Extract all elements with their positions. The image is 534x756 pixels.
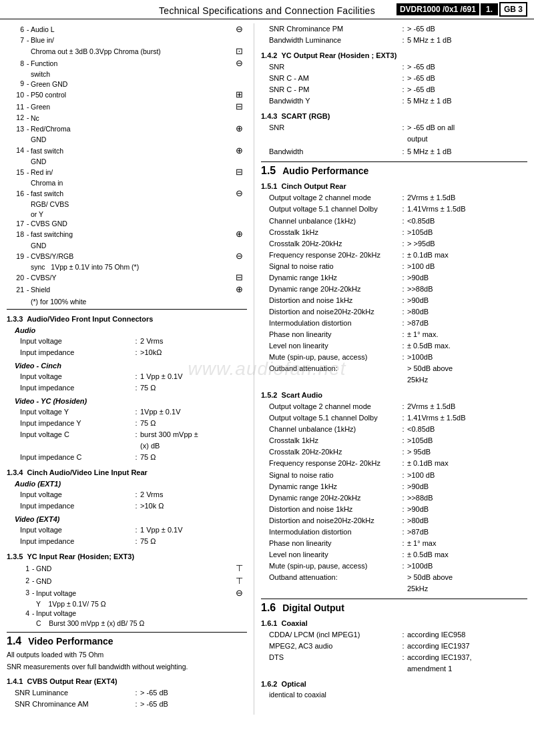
- spec-level-151: Level non linearity : ± 0.5dB max.: [269, 340, 527, 352]
- spec-dist-20k-152: Distortion and noise20Hz-20kHz : >80dB: [269, 515, 527, 526]
- pin-13b: GND: [7, 135, 247, 144]
- spec-input-voltage-y: Input voltage Y : 1Vpp ± 0.1V: [20, 406, 247, 418]
- green-icon: ⊟: [231, 101, 247, 113]
- pin-14b: GND: [7, 157, 247, 166]
- section-16-number: 1.6: [261, 602, 276, 614]
- section-151-header: 1.5.1 Cinch Output Rear: [261, 182, 527, 190]
- pin-12: 12 - Nc: [7, 113, 247, 123]
- yc-pin-4b: C Burst 300 mVpp ± (x) dB/ 75 Ω: [12, 619, 247, 628]
- section-133-header: 1.3.3 Audio/Video Front Input Connectors: [7, 315, 247, 323]
- spec-input-impedance-c: Input impedance C : 75 Ω: [20, 452, 247, 463]
- spec-outband-152: Outband attenuation: > 50dB above25kHz: [269, 572, 527, 595]
- section-142: 1.4.2 YC Output Rear (Hosiden ; EXT3) SN…: [261, 51, 527, 107]
- video-ext4-subheader: Video (EXT4): [7, 515, 247, 523]
- section-133: 1.3.3 Audio/Video Front Input Connectors…: [7, 315, 247, 463]
- section-14-title: Video Performance: [28, 636, 113, 647]
- spec-phase-151: Phase non linearity : ± 1° max.: [269, 329, 527, 340]
- spec-input-impedance-audio: Input impedance : >10kΩ: [20, 347, 247, 358]
- section-134: 1.3.4 Cinch Audio/Video Line Input Rear …: [7, 468, 247, 547]
- video-yc-subheader: Video - YC (Hosiden): [7, 397, 247, 405]
- pin-list: 6 - Audio L ⊖ 7 - Blue in/ Chroma out ± …: [7, 23, 247, 306]
- header-badges: DVDR1000 /0x1 /691 1. GB 3: [396, 2, 527, 17]
- spec-ch-unbalance-151: Channel unbalance (1kHz) : <0.85dB: [269, 216, 527, 227]
- version-badge: 1.: [481, 3, 498, 15]
- chroma-out-icon: ⊡: [231, 45, 247, 57]
- spec-input-impedance-y: Input impedance Y : 75 Ω: [20, 418, 247, 429]
- cvbs-y-rgb-icon: ⊖: [231, 250, 247, 262]
- section-16-title: Digital Output: [282, 603, 344, 613]
- section-15-title: Audio Performance: [282, 165, 368, 176]
- spec-crosstalk-20k-152: Crosstalk 20Hz-20kHz : > 95dB: [269, 446, 527, 458]
- spec-input-impedance-ext4: Input impedance : 75 Ω: [20, 536, 247, 547]
- spec-ch-unbalance-152: Channel unbalance (1kHz) : <0.85dB: [269, 424, 527, 435]
- pin-16c: or Y: [7, 210, 247, 219]
- spec-dts: DTS : according IEC1937,amendment 1: [269, 652, 527, 675]
- audio-subheader: Audio: [7, 326, 247, 334]
- pin-15a: 15 - Red in/ ⊟: [7, 166, 247, 178]
- spec-imd-151: Intermodulation distortion : >87dB: [269, 318, 527, 329]
- section-135: 1.3.5 YC Input Rear (Hosiden; EXT3) 1 - …: [7, 552, 247, 628]
- spec-mute-151: Mute (spin-up, pause, access) : >100dB: [269, 352, 527, 363]
- p50-icon: ⊞: [231, 89, 247, 101]
- pin-8b: switch: [7, 69, 247, 79]
- left-column: 6 - Audio L ⊖ 7 - Blue in/ Chroma out ± …: [7, 23, 254, 715]
- audio-l-icon: ⊖: [231, 23, 247, 35]
- spec-out-vol-2ch-151: Output voltage 2 channel mode : 2Vrms ± …: [269, 192, 527, 204]
- function-icon: ⊖: [231, 57, 247, 69]
- gnd1-icon: ⊤: [231, 562, 247, 575]
- spec-crosstalk-1k-152: Crosstalk 1kHz : >105dB: [269, 435, 527, 446]
- pin-8a: 8 - Function ⊖: [7, 57, 247, 69]
- right-column: SNR Chrominance PM : > -65 dB Bandwidth …: [254, 23, 527, 715]
- spec-snr-152: Signal to noise ratio : >100 dB: [269, 470, 527, 481]
- spec-crosstalk-20k-151: Crosstalk 20Hz-20kHz : > >95dB: [269, 238, 527, 250]
- section-151: 1.5.1 Cinch Output Rear Output voltage 2…: [261, 182, 527, 386]
- section-142-header: 1.4.2 YC Output Rear (Hosiden ; EXT3): [261, 51, 527, 59]
- spec-bandwidth-143: Bandwidth : 5 MHz ± 1 dB: [269, 146, 527, 157]
- spec-snr-c-pm: SNR C - PM : > -65 dB: [269, 84, 527, 95]
- spec-crosstalk-1k-151: Crosstalk 1kHz : >105dB: [269, 227, 527, 238]
- section-141-header: 1.4.1 CVBS Output Rear (EXT4): [7, 677, 247, 685]
- spec-dyn-1k-152: Dynamic range 1kHz : >90dB: [269, 481, 527, 492]
- section-143: 1.4.3 SCART (RGB) SNR : > -65 dB on allo…: [261, 112, 527, 157]
- pin-19a: 19 - CVBS/Y/RGB ⊖: [7, 250, 247, 262]
- pin-16b: RGB/ CVBS: [7, 200, 247, 209]
- spec-mpeg2: MPEG2, AC3 audio : according IEC1937: [269, 641, 527, 652]
- section-162: 1.6.2 Optical identical to coaxial: [261, 680, 527, 701]
- spec-phase-152: Phase non linearity : ± 1° max: [269, 538, 527, 549]
- spec-snr-chrominance-pm: SNR Chrominance PM : > -65 dB: [269, 23, 527, 35]
- spec-out-vol-51-151: Output voltage 5.1 channel Dolby : 1.41V…: [269, 204, 527, 215]
- spec-level-152: Level non linearity : ± 0.5dB max: [269, 549, 527, 560]
- yc-pin-2: 2 - GND ⊤: [12, 575, 247, 587]
- input-voltage-y-icon: ⊖: [231, 587, 247, 599]
- pin-15b: Chroma in: [7, 178, 247, 187]
- pin-13a: 13 - Red/Chroma ⊕: [7, 123, 247, 135]
- spec-dist-1k-151: Distortion and noise 1kHz : >90dB: [269, 295, 527, 306]
- fast-switch-icon: ⊖: [231, 187, 247, 200]
- pin-10: 10 - P50 control ⊞: [7, 89, 247, 101]
- spec-mute-152: Mute (spin-up, pause, access) : >100dB: [269, 560, 527, 572]
- pin-7: 7 - Blue in/: [7, 35, 247, 45]
- cvbs-y-icon: ⊟: [231, 272, 247, 284]
- pin-14a: 14 - fast switch ⊕: [7, 145, 247, 157]
- yc-pin-3b: Y 1Vpp ± 0.1V/ 75 Ω: [12, 599, 247, 609]
- spec-imd-152: Intermodulation distortion : >87dB: [269, 526, 527, 538]
- spec-outband-151: Outband attenuation: > 50dB above25kHz: [269, 363, 527, 386]
- section-161-header: 1.6.1 Coaxial: [261, 619, 527, 627]
- pin-footnote: (*) for 100% white: [7, 297, 247, 306]
- section-14-note1: All outputs loaded with 75 Ohm: [7, 650, 247, 661]
- spec-input-impedance-cinch: Input impedance : 75 Ω: [20, 382, 247, 394]
- section-162-note: identical to coaxial: [261, 690, 527, 701]
- pin-20: 20 - CVBS/Y ⊟: [7, 272, 247, 284]
- pin-6: 6 - Audio L ⊖: [7, 23, 247, 35]
- pin-19b: sync 1Vpp ± 0.1V into 75 Ohm (*): [7, 262, 247, 272]
- spec-snr-luminance: SNR Luminance : > -65 dB: [15, 687, 247, 699]
- spec-input-impedance-ext1: Input impedance : >10k Ω: [20, 500, 247, 512]
- yc-pin-3a: 3 - Input voltage ⊖: [12, 587, 247, 599]
- spec-input-voltage-ext4: Input voltage : 1 Vpp ± 0.1V: [20, 524, 247, 536]
- spec-dyn-1k-151: Dynamic range 1kHz : >90dB: [269, 272, 527, 284]
- spec-freq-resp-151: Frequency response 20Hz- 20kHz : ± 0.1dB…: [269, 250, 527, 261]
- pin-18b: GND: [7, 241, 247, 250]
- spec-snr-151: Signal to noise ratio : >100 dB: [269, 261, 527, 272]
- spec-cdda: CDDA/ LPCM (incl MPEG1) : according IEC9…: [269, 629, 527, 641]
- section-152: 1.5.2 Scart Audio Output voltage 2 chann…: [261, 391, 527, 595]
